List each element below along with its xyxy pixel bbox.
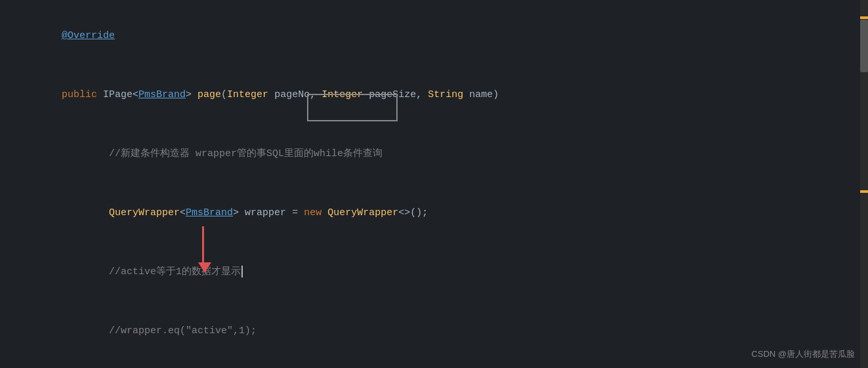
line-comment3: //wrapper.eq("active",1); bbox=[26, 302, 855, 361]
scrollbar-marker-top bbox=[860, 16, 868, 19]
line-signature: public IPage<PmsBrand> page(Integer page… bbox=[26, 66, 855, 125]
comment-2-text: //active等于1的数据才显示 bbox=[62, 266, 241, 277]
scrollbar-thumb[interactable] bbox=[860, 20, 868, 72]
querywrapper-angle2: > bbox=[233, 207, 245, 218]
type-ipage: IPage< bbox=[103, 89, 138, 100]
text-cursor bbox=[241, 266, 243, 277]
kw-new: new bbox=[304, 207, 327, 218]
line-comment1: //新建条件构造器 wrapper管的事SQL里面的while条件查询 bbox=[26, 125, 855, 184]
type-pmsbrand2: PmsBrand bbox=[186, 207, 233, 218]
line-comment2: //active等于1的数据才显示 bbox=[26, 243, 855, 302]
type-integer1: Integer bbox=[227, 89, 268, 100]
type-querywrapper: QueryWrapper bbox=[109, 207, 180, 218]
comment-3-text: //wrapper.eq("active",1); bbox=[62, 325, 257, 337]
code-container: @Override public IPage<PmsBrand> page(In… bbox=[0, 0, 868, 368]
line-wrapper-decl: QueryWrapper<PmsBrand> wrapper = new Que… bbox=[26, 184, 855, 243]
var-wrapper: wrapper bbox=[245, 207, 292, 218]
type-pmsbrand: PmsBrand bbox=[138, 89, 186, 100]
method-page: page bbox=[197, 89, 221, 100]
indent1 bbox=[62, 207, 109, 218]
qw-diamond: <>(); bbox=[398, 207, 428, 218]
annotation-override: @Override bbox=[62, 30, 115, 41]
scrollbar-track[interactable] bbox=[860, 0, 868, 368]
line-comment4: //StringUtils.isNoneBlank(name)判断内容是否为空 bbox=[26, 361, 855, 368]
param-pagesize: pageSize, bbox=[363, 89, 428, 100]
line-override: @Override bbox=[26, 7, 855, 66]
type-string: String bbox=[428, 89, 463, 100]
code-area: @Override public IPage<PmsBrand> page(In… bbox=[0, 7, 868, 368]
comment-1-text: //新建条件构造器 wrapper管的事SQL里面的while条件查询 bbox=[62, 148, 382, 159]
param-pageno: pageNo, bbox=[268, 89, 321, 100]
type-integer2: Integer bbox=[321, 89, 363, 100]
scrollbar-marker-bottom bbox=[860, 190, 868, 193]
kw-public: public bbox=[62, 89, 103, 100]
type-querywrapper2: QueryWrapper bbox=[327, 207, 398, 218]
querywrapper-angle: < bbox=[180, 207, 186, 218]
equals-sign: = bbox=[292, 207, 304, 218]
params: ( bbox=[221, 89, 227, 100]
watermark: CSDN @唐人街都是苦瓜脸 bbox=[751, 348, 855, 360]
param-name: name) bbox=[463, 89, 499, 100]
type-ipage-close: > bbox=[186, 89, 197, 100]
